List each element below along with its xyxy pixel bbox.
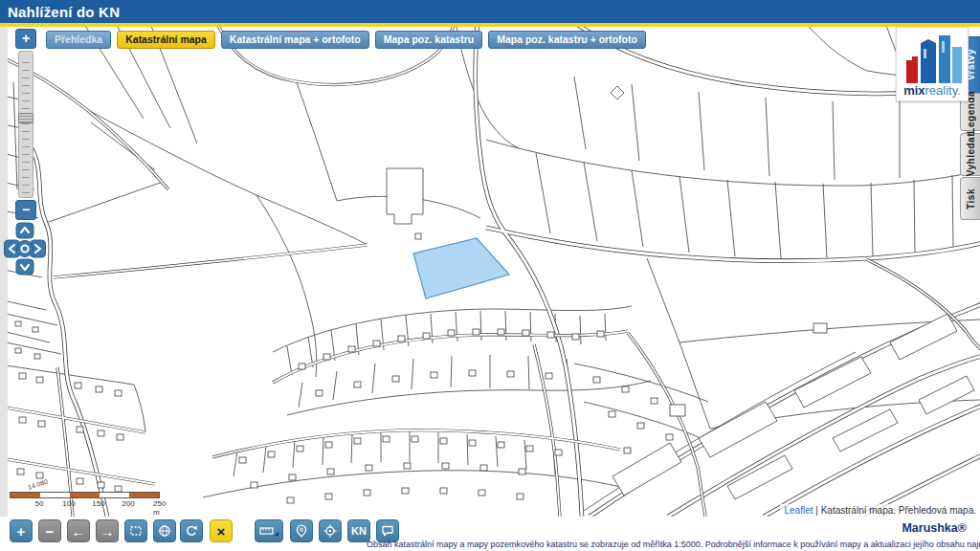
- scale-bar: 50 100 150 200 250 m: [10, 492, 182, 508]
- target-icon: [323, 524, 337, 538]
- pan-center-button[interactable]: [17, 241, 33, 257]
- status-info-text: Obsah katastrální mapy a mapy pozemkovéh…: [367, 540, 980, 549]
- globe-icon: [158, 524, 171, 538]
- dashed-rectangle-icon: [129, 524, 143, 538]
- tab-prehledka[interactable]: Přehledka: [46, 31, 111, 49]
- cancel-selection-button[interactable]: ×: [210, 519, 233, 542]
- mixreality-logo[interactable]: mixreality.: [896, 27, 969, 101]
- zoom-slider-ticks: [22, 55, 30, 193]
- ruler-icon: [259, 524, 278, 538]
- scale-label: 100: [62, 499, 75, 508]
- side-tab-tisk[interactable]: Tisk: [960, 177, 980, 220]
- tab-mapa-poz-katastru-ortofoto[interactable]: Mapa poz. katastru + ortofoto: [488, 31, 646, 49]
- map-pin-icon: [295, 524, 308, 538]
- map-area: 14 080 Přehledka Katastrální mapa Katast…: [0, 27, 980, 517]
- accent-stripe: [0, 23, 980, 27]
- zoom-control: + −: [15, 29, 36, 220]
- zoom-slider-handle[interactable]: [18, 113, 33, 123]
- highlighted-parcel[interactable]: [413, 238, 509, 298]
- pan-compass: [4, 222, 46, 279]
- scale-label: 50: [35, 499, 44, 508]
- center-target-button[interactable]: [319, 519, 342, 542]
- bottom-bar: + − ← → ×: [0, 517, 980, 551]
- attribution-text: | Katastrální mapa. Přehledová mapa.: [815, 505, 976, 516]
- marushka-logo[interactable]: Marushka®: [902, 521, 967, 535]
- logo-buildings-icon: [897, 28, 968, 83]
- tab-katastralni-mapa[interactable]: Katastrální mapa: [117, 31, 215, 49]
- cadastral-map[interactable]: 14 080: [0, 27, 980, 517]
- map-attribution: Leaflet | Katastrální mapa. Přehledová m…: [780, 504, 980, 517]
- speech-bubble-icon: [381, 524, 394, 538]
- toolbar-zoom-out-button[interactable]: −: [38, 519, 61, 542]
- refresh-icon: [185, 524, 198, 538]
- tab-mapa-poz-katastru[interactable]: Mapa poz. katastru: [375, 31, 483, 49]
- status-bar: Obsah katastrální mapy a mapy pozemkovéh…: [367, 540, 980, 549]
- zoom-rectangle-button[interactable]: [124, 519, 147, 542]
- history-back-button[interactable]: ←: [67, 519, 90, 542]
- app-title: Nahlížení do KN: [0, 4, 120, 20]
- parcel-number-label: 14 080: [27, 478, 49, 491]
- dropdown-arrow-icon: [275, 532, 278, 536]
- logo-wordmark: mixreality.: [897, 83, 968, 98]
- refresh-button[interactable]: [180, 519, 203, 542]
- tab-katastralni-mapa-ortofoto[interactable]: Katastrální mapa + ortofoto: [221, 31, 369, 49]
- scale-label: 200: [122, 499, 134, 508]
- full-extent-button[interactable]: [153, 519, 176, 542]
- leaflet-link[interactable]: Leaflet: [784, 505, 813, 516]
- locate-button[interactable]: [290, 519, 313, 542]
- scale-label: 250 m: [153, 499, 172, 517]
- history-forward-button[interactable]: →: [96, 519, 119, 542]
- pan-down-button[interactable]: [16, 259, 33, 275]
- map-layer-tabs: Přehledka Katastrální mapa Katastrální m…: [46, 31, 646, 49]
- pan-up-button[interactable]: [16, 223, 33, 238]
- zoom-slider-track[interactable]: [18, 51, 33, 198]
- side-tab-vyhledat[interactable]: Vyhledat: [960, 133, 980, 176]
- scale-label: 150: [92, 499, 104, 508]
- title-bar: Nahlížení do KN: [0, 0, 980, 23]
- toolbar-zoom-in-button[interactable]: +: [10, 519, 33, 542]
- zoom-out-button[interactable]: −: [15, 200, 36, 220]
- zoom-in-button[interactable]: +: [15, 29, 36, 49]
- measure-button[interactable]: [255, 519, 283, 542]
